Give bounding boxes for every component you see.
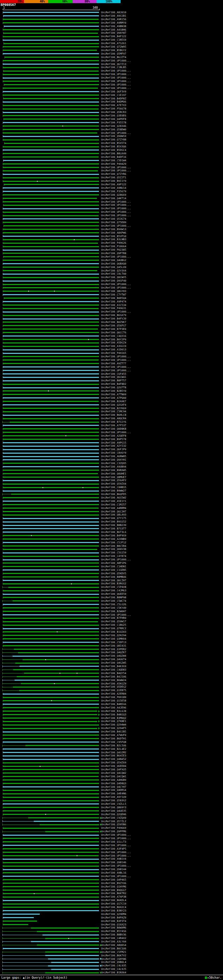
- alignment-row[interactable]: UniRef100_B9ZYU6: [0, 881, 223, 885]
- hit-label[interactable]: UniRef100_A9R156: [101, 18, 126, 21]
- hit-label[interactable]: UniRef100_C0HBS5: [101, 486, 126, 489]
- hit-label[interactable]: UniRef100_Q0CWV5: [101, 276, 126, 279]
- alignment-bar[interactable]: [3, 439, 99, 440]
- alignment-row[interactable]: UniRef100_P49631: [0, 307, 223, 310]
- hit-label[interactable]: UniRef100_B3LNB3: [101, 238, 126, 241]
- alignment-row[interactable]: UniRef100_B7P3E0: [0, 328, 223, 331]
- hit-label[interactable]: UniRef100_B6WW24: [101, 679, 126, 682]
- alignment-row[interactable]: UniRef100_Q3PER2: [0, 648, 223, 651]
- hit-label[interactable]: UniRef100_A2XNB9: [101, 538, 126, 541]
- alignment-row[interactable]: UniRef100_A7AP38: [0, 895, 223, 899]
- alignment-row[interactable]: UniRef100_A9R156: [0, 18, 223, 21]
- hit-label[interactable]: UniRef100_UP1000...: [101, 200, 131, 204]
- alignment-row[interactable]: UniRef100_Q28346: [0, 124, 223, 128]
- alignment-bar[interactable]: [3, 339, 99, 340]
- alignment-bar[interactable]: [19, 666, 99, 667]
- alignment-row[interactable]: UniRef100_Q54Z69: [0, 761, 223, 764]
- alignment-bar[interactable]: [3, 449, 99, 450]
- hit-label[interactable]: UniRef100_Q4D8Q3: [101, 782, 126, 785]
- alignment-bar[interactable]: [3, 112, 99, 113]
- alignment-bar[interactable]: [3, 170, 98, 172]
- alignment-bar[interactable]: [3, 360, 99, 361]
- alignment-row[interactable]: UniRef100_Q29DM4: [0, 913, 223, 916]
- alignment-row[interactable]: UniRef100_B4J106: [0, 675, 223, 679]
- hit-label[interactable]: UniRef100_B3M0Q2: [101, 717, 126, 720]
- hit-label[interactable]: UniRef100_B6KTR2: [101, 892, 126, 895]
- hit-label[interactable]: UniRef100_Q8GYH3: [101, 290, 126, 293]
- alignment-row[interactable]: UniRef100_Q4UBG2: [0, 259, 223, 262]
- alignment-row[interactable]: UniRef100_Q2GXF4: [0, 403, 223, 407]
- alignment-row[interactable]: UniRef100_C1BU25: [0, 623, 223, 627]
- hit-label[interactable]: UniRef100_Q54Z69: [101, 761, 126, 764]
- alignment-row[interactable]: UniRef100_Q583G2: [0, 799, 223, 802]
- alignment-bar[interactable]: [3, 631, 99, 632]
- alignment-bar[interactable]: [3, 150, 99, 151]
- alignment-row[interactable]: UniRef100_Q98146: [0, 861, 223, 864]
- alignment-row[interactable]: UniRef100_B8B239: [0, 523, 223, 527]
- hit-label[interactable]: UniRef100_P02385: [101, 248, 126, 251]
- alignment-bar[interactable]: [3, 239, 99, 240]
- alignment-row[interactable]: UniRef100_Q98144: [0, 868, 223, 871]
- alignment-row[interactable]: UniRef100_B3RGG2: [0, 582, 223, 585]
- alignment-bar[interactable]: [3, 490, 99, 492]
- alignment-row[interactable]: UniRef100_B2L4E2: [0, 748, 223, 751]
- alignment-row[interactable]: UniRef100_Q9PFM6: [0, 830, 223, 833]
- hit-label[interactable]: UniRef100_Q4QZK7: [101, 651, 126, 654]
- alignment-bar[interactable]: [3, 477, 99, 478]
- alignment-bar[interactable]: [3, 53, 99, 54]
- hit-label[interactable]: UniRef100_Q2QEH6: [101, 813, 126, 816]
- alignment-row[interactable]: UniRef100_C5MC94: [0, 410, 223, 414]
- alignment-row[interactable]: UniRef100_A6S5W2: [0, 496, 223, 500]
- hit-label[interactable]: UniRef100_Q583G2: [101, 799, 126, 802]
- hit-label[interactable]: UniRef100_B8B239: [101, 524, 126, 527]
- alignment-row[interactable]: UniRef100_C0HBS5: [0, 486, 223, 489]
- alignment-row[interactable]: UniRef100_P49429: [0, 162, 223, 166]
- alignment-bar[interactable]: [3, 741, 99, 743]
- hit-label[interactable]: UniRef100_B4QY54: [101, 672, 126, 675]
- alignment-row[interactable]: UniRef100_B6T3L6: [0, 530, 223, 534]
- hit-label[interactable]: UniRef100_A1D013: [101, 348, 126, 351]
- alignment-row[interactable]: UniRef100_UP1000...: [0, 207, 223, 210]
- alignment-bar[interactable]: [3, 432, 99, 433]
- alignment-bar[interactable]: [3, 735, 99, 736]
- alignment-row[interactable]: UniRef100_A2QEF8: [0, 434, 223, 438]
- hit-label[interactable]: UniRef100_C1BLB5: [101, 66, 126, 69]
- hit-label[interactable]: UniRef100_B5Y4S6: [101, 930, 126, 933]
- alignment-bar[interactable]: [22, 659, 99, 660]
- alignment-row[interactable]: UniRef100_Q6CW41: [0, 375, 223, 379]
- alignment-bar[interactable]: [3, 236, 99, 237]
- hit-label[interactable]: UniRef100_Q53G74: [101, 218, 126, 220]
- alignment-bar[interactable]: [3, 893, 99, 894]
- alignment-row[interactable]: UniRef100_C4JM63: [0, 589, 223, 592]
- alignment-bar[interactable]: [15, 663, 99, 663]
- alignment-row[interactable]: UniRef100_Q4E4N6: [0, 792, 223, 795]
- alignment-row[interactable]: UniRef100_A8P1P6: [0, 562, 223, 565]
- hit-label[interactable]: UniRef100_B64IE3: [101, 754, 126, 757]
- alignment-bar[interactable]: [3, 215, 99, 216]
- hit-label[interactable]: UniRef100_B3NY23: [101, 909, 126, 912]
- hit-label[interactable]: UniRef100_Q16X23: [101, 923, 126, 926]
- hit-label[interactable]: UniRef100_C5D1W4: [101, 159, 126, 162]
- alignment-row[interactable]: UniRef100_Q4CQW2: [0, 772, 223, 775]
- alignment-bar[interactable]: [3, 638, 99, 639]
- alignment-bar[interactable]: [3, 267, 99, 268]
- alignment-row[interactable]: UniRef100_UP1000...: [0, 87, 223, 90]
- alignment-row[interactable]: UniRef100_A5KGZ9: [0, 682, 223, 686]
- alignment-row[interactable]: UniRef100_A9B1V4: [0, 857, 223, 861]
- alignment-bar[interactable]: [3, 129, 99, 130]
- alignment-row[interactable]: UniRef100_Q53G74: [0, 217, 223, 221]
- hit-label[interactable]: UniRef100_B7P3E0: [101, 328, 126, 331]
- alignment-row[interactable]: UniRef100_Q7Y175: [0, 517, 223, 520]
- alignment-row[interactable]: UniRef100_A3GG19: [0, 345, 223, 348]
- hit-label[interactable]: UniRef100_B9ZYU6: [101, 882, 126, 885]
- alignment-row[interactable]: UniRef100_A6RWH5: [0, 455, 223, 458]
- alignment-row[interactable]: UniRef100_C6F455: [0, 372, 223, 376]
- alignment-row[interactable]: UniRef100_Q50W17: [0, 620, 223, 623]
- alignment-row[interactable]: UniRef100_B5BGY2: [0, 49, 223, 52]
- hit-label[interactable]: UniRef100_Q98146: [101, 861, 126, 864]
- hit-label[interactable]: UniRef100_B1O203: [101, 631, 126, 633]
- hit-label[interactable]: UniRef100_C9ZLL5: [101, 803, 126, 805]
- hit-label[interactable]: UniRef100_UP1000...: [101, 214, 131, 217]
- alignment-bar[interactable]: [3, 263, 99, 264]
- hit-label[interactable]: UniRef100_Q7KBE1: [101, 720, 126, 723]
